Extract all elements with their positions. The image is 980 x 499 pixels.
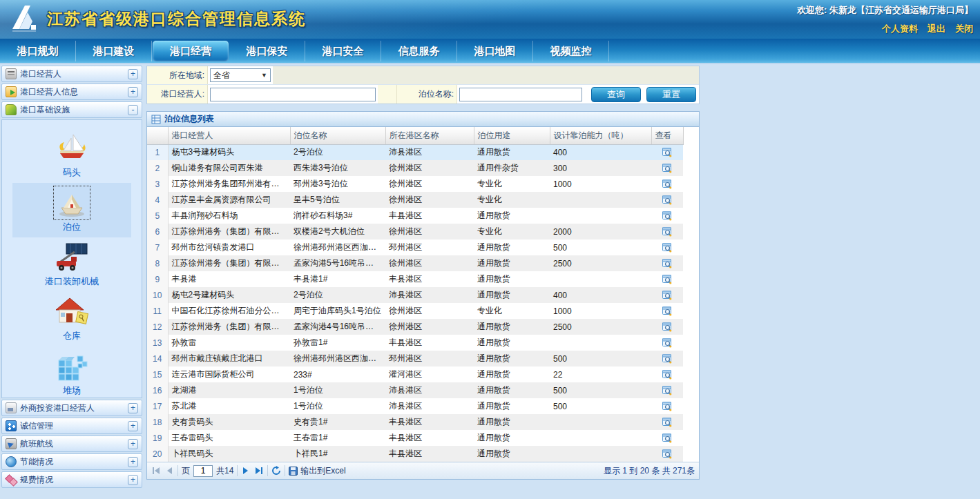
cell-berth-usage: 通用散货 (474, 144, 550, 160)
view-record-icon[interactable] (662, 147, 673, 158)
table-row[interactable]: 5丰县润翔砂石料场润祥砂石料场3#丰县港区通用散货 (147, 208, 683, 224)
facility-item-dock[interactable]: 码头 (12, 128, 131, 183)
nav-tab-port-safety[interactable]: 港口安全 (305, 41, 381, 61)
reset-button[interactable]: 重置 (646, 87, 696, 102)
table-row[interactable]: 11中国石化江苏徐州石油分公司周...周宅于油库码头1号泊位徐州港区专业化100… (147, 303, 683, 319)
table-row[interactable]: 20卜祥民码头卜祥民1#丰县港区通用散货 (147, 446, 683, 462)
view-record-icon[interactable] (662, 211, 673, 222)
collapse-toggle-button[interactable]: - (128, 105, 138, 115)
view-record-icon[interactable] (662, 353, 673, 364)
berth-name-input[interactable] (459, 88, 582, 101)
sidebar-group-credit-management[interactable]: 诚信管理+ (1, 418, 142, 434)
nav-tab-port-operation[interactable]: 港口经营 (153, 41, 229, 61)
expand-toggle-button[interactable]: + (128, 439, 138, 449)
sidebar-group-fees[interactable]: 规费情况+ (1, 471, 142, 488)
grid-scrollbar-gutter[interactable] (684, 127, 700, 462)
expand-toggle-button[interactable]: + (128, 403, 138, 413)
view-record-icon[interactable] (662, 179, 673, 190)
view-record-icon[interactable] (662, 258, 673, 269)
table-row[interactable]: 10杨屯2号建材码头2号泊位沛县港区通用散货400 (147, 287, 683, 303)
facility-item-warehouse[interactable]: 仓库 (12, 292, 131, 346)
column-header[interactable]: 泊位名称 (290, 127, 385, 144)
table-row[interactable]: 7邳州市岔河镇贵发港口徐州港邳州港区西泇河...邳州港区通用散货500 (147, 239, 683, 255)
search-button[interactable]: 查询 (591, 87, 641, 102)
nav-tab-port-security[interactable]: 港口保安 (229, 41, 305, 61)
column-header[interactable]: 所在港区名称 (385, 127, 474, 144)
table-row[interactable]: 17苏北港1号泊位沛县港区通用散货500 (147, 398, 683, 414)
table-row[interactable]: 4江苏呈丰金属资源有限公司呈丰5号泊位徐州港区专业化 (147, 192, 683, 208)
expand-toggle-button[interactable]: + (128, 87, 138, 97)
table-row[interactable]: 1杨屯3号建材码头2号泊位沛县港区通用散货400 (147, 144, 683, 160)
page-number-input[interactable] (193, 465, 213, 477)
sidebar-group-energy-saving[interactable]: 节能情况+ (1, 453, 142, 470)
view-record-icon[interactable] (662, 195, 673, 206)
column-header[interactable]: 设计靠泊能力（吨） (550, 127, 651, 144)
facility-item-handling-machinery[interactable]: 港口装卸机械 (12, 237, 131, 292)
last-page-icon[interactable] (254, 466, 264, 476)
nav-tab-video-monitoring[interactable]: 视频监控 (533, 41, 609, 61)
column-header[interactable]: 查看 (651, 127, 683, 144)
facility-item-yard[interactable]: 堆场 (12, 346, 131, 401)
table-row[interactable]: 8江苏徐州港务（集团）有限公司孟家沟港5号16吨吊泊位徐州港区通用散货2500 (147, 255, 683, 271)
logout-link[interactable]: 退出 (928, 23, 945, 34)
row-number: 3 (147, 176, 168, 192)
sidebar-group-foreign-invest-operator[interactable]: 外商投资港口经营人+ (1, 400, 142, 416)
nav-tab-port-planning[interactable]: 港口规划 (0, 41, 76, 61)
table-row[interactable]: 13孙敦雷孙敦雷1#丰县港区通用散货 (147, 335, 683, 351)
table-row[interactable]: 19王春雷码头王春雷1#丰县港区通用散货 (147, 430, 683, 446)
table-row[interactable]: 3江苏徐州港务集团邳州港有限公司邳州港3号泊位徐州港区专业化1000 (147, 176, 683, 192)
view-record-icon[interactable] (662, 369, 673, 380)
expand-toggle-button[interactable]: + (128, 421, 138, 431)
column-header[interactable]: 港口经营人 (168, 127, 290, 144)
previous-page-icon[interactable] (164, 466, 174, 476)
table-row[interactable]: 12江苏徐州港务（集团）有限公司孟家沟港4号16吨吊泊位徐州港区通用散货2500 (147, 319, 683, 335)
sidebar-group-port-infrastructure[interactable]: 港口基础设施- (1, 101, 142, 118)
close-link[interactable]: 关闭 (955, 23, 973, 34)
cell-capacity: 2500 (550, 319, 651, 335)
view-record-icon[interactable] (662, 290, 673, 301)
first-page-icon[interactable] (151, 466, 161, 476)
view-record-icon[interactable] (662, 417, 673, 428)
sidebar-group-port-operator[interactable]: 港口经营人+ (1, 66, 142, 82)
view-record-icon[interactable] (662, 226, 673, 237)
cell-berth-name: 孙敦雷1# (290, 335, 385, 351)
nav-tab-port-construction[interactable]: 港口建设 (76, 41, 152, 61)
next-page-icon[interactable] (241, 466, 251, 476)
operator-input[interactable] (210, 88, 376, 101)
facility-item-berth[interactable]: 泊位 (12, 183, 131, 237)
cell-operator: 丰县润翔砂石料场 (168, 208, 290, 224)
table-row[interactable]: 16龙湖港1号泊位沛县港区通用散货500 (147, 382, 683, 398)
expand-toggle-button[interactable]: + (128, 475, 138, 485)
expand-toggle-button[interactable]: + (128, 457, 138, 467)
table-row[interactable]: 9丰县港丰县港1#丰县港区通用散货 (147, 271, 683, 287)
table-row[interactable]: 18史有贵码头史有贵1#丰县港区通用散货 (147, 414, 683, 430)
view-record-icon[interactable] (662, 274, 673, 285)
table-row[interactable]: 2铜山港务有限公司西朱港西朱港3号泊位徐州港区通用件杂货300 (147, 160, 683, 176)
view-record-icon[interactable] (662, 322, 673, 333)
view-record-icon[interactable] (662, 163, 673, 174)
sidebar-group-flight-routes[interactable]: 航班航线+ (1, 436, 142, 452)
view-record-icon[interactable] (662, 433, 673, 444)
table-row[interactable]: 14邳州市戴庄镇戴庄北港口徐州港邳州港区西泇河...邳州港区通用散货500 (147, 351, 683, 366)
view-record-icon[interactable] (662, 242, 673, 253)
nav-tab-information-service[interactable]: 信息服务 (381, 41, 457, 61)
table-row[interactable]: 6江苏徐州港务（集团）有限公司双楼港2号大机泊位徐州港区专业化2000 (147, 224, 683, 239)
region-select[interactable]: 全省 ▼ (210, 68, 271, 82)
column-header[interactable]: 泊位用途 (474, 127, 550, 144)
table-row[interactable]: 15连云港市国际货柜公司233#灌河港区通用散货22 (147, 366, 683, 382)
view-record-icon[interactable] (662, 401, 673, 412)
export-excel-button[interactable]: 输出到Excel (289, 465, 345, 477)
main-nav: 港口规划港口建设港口经营港口保安港口安全信息服务港口地图视频监控 (0, 39, 980, 64)
view-record-icon[interactable] (662, 385, 673, 396)
profile-link[interactable]: 个人资料 (882, 23, 918, 34)
nav-tab-port-map[interactable]: 港口地图 (457, 41, 533, 61)
cell-operator: 杨屯3号建材码头 (168, 144, 290, 160)
sidebar-group-port-operator-info[interactable]: 港口经营人信息+ (1, 84, 142, 100)
view-record-icon[interactable] (662, 449, 673, 460)
row-number: 14 (147, 351, 168, 366)
expand-toggle-button[interactable]: + (128, 69, 138, 79)
user-area: 欢迎您: 朱新龙【江苏省交通运输厅港口局】 个人资料退出关闭 (797, 4, 973, 35)
view-record-icon[interactable] (662, 337, 673, 349)
refresh-icon[interactable] (271, 466, 281, 476)
view-record-icon[interactable] (662, 306, 673, 317)
